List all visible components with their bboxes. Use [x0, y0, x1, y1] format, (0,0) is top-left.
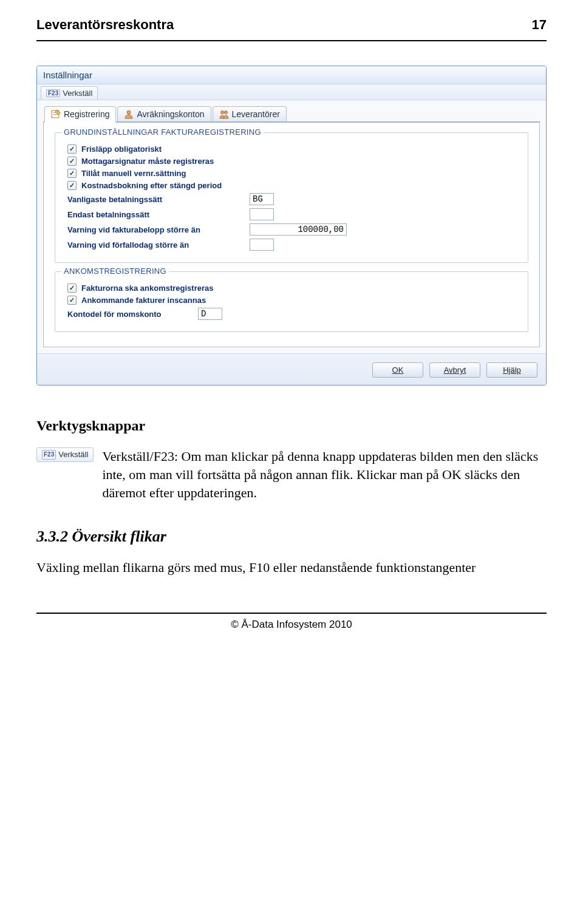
fkey-label: F23	[46, 89, 60, 97]
field-label: Varning vid fakturabelopp större än	[67, 225, 244, 234]
input-varning-forfallodag[interactable]	[250, 239, 274, 251]
tab-leverantorer[interactable]: Leverantörer	[213, 106, 287, 121]
checkbox-label: Mottagarsignatur måste registreras	[81, 157, 214, 166]
paragraph-vaxling: Växling mellan flikarna görs med mus, F1…	[36, 559, 547, 577]
checkbox-kostnadsbokning[interactable]: ✓	[67, 181, 77, 190]
checkbox-label: Tillåt manuell vernr.sättning	[81, 169, 186, 178]
checkbox-manuell-vernr[interactable]: ✓	[67, 169, 77, 178]
footer-rule	[36, 613, 547, 614]
checkbox-frislapp[interactable]: ✓	[67, 144, 77, 154]
verkstall-icon-label: Verkställ	[58, 449, 88, 460]
group-title: GRUNDINSTÄLLNINGAR FAKTURAREGISTRERING	[61, 127, 264, 137]
group-ankomstregistrering: ANKOMSTREGISTRERING ✓ Fakturorna ska ank…	[55, 271, 528, 332]
tab-label: Leverantörer	[232, 109, 280, 119]
checkbox-label: Kostnadsbokning efter stängd period	[81, 181, 222, 190]
tab-label: Registrering	[64, 109, 109, 119]
window-toolbar: F23 Verkställ	[37, 84, 546, 100]
people-icon	[219, 109, 229, 119]
checkbox-inscannas[interactable]: ✓	[67, 296, 77, 305]
tab-panel: GRUNDINSTÄLLNINGAR FAKTURAREGISTRERING ✓…	[43, 123, 540, 347]
page-number: 17	[532, 17, 547, 33]
doc-title: Leverantörsreskontra	[36, 17, 174, 33]
field-label: Endast betalningssätt	[67, 210, 244, 219]
checkbox-label: Fakturorna ska ankomstregistreras	[81, 284, 213, 293]
form-icon	[51, 109, 61, 119]
person-icon	[124, 109, 134, 119]
input-vanligaste-betalningssatt[interactable]: BG	[250, 193, 274, 205]
field-label: Kontodel för momskonto	[67, 310, 192, 319]
group-title: ANKOMSTREGISTRERING	[61, 267, 169, 276]
input-endast-betalningssatt[interactable]	[250, 208, 274, 220]
input-kontodel-moms[interactable]: D	[198, 308, 222, 320]
help-button[interactable]: Hjälp	[486, 362, 537, 378]
checkbox-label: Ankommande fakturer inscannas	[81, 296, 206, 305]
toolbar-button-label: Verkställ	[63, 89, 92, 98]
input-varning-fakturabelopp[interactable]: 100000,00	[250, 223, 347, 236]
checkbox-label: Frisläpp obligatoriskt	[81, 144, 162, 154]
ok-button[interactable]: OK	[372, 362, 423, 378]
svg-point-4	[220, 111, 223, 114]
verkstall-icon-button: F23 Verkställ	[36, 447, 94, 462]
settings-window: Inställningar F23 Verkställ Registrering	[36, 66, 547, 386]
heading-oversikt-flikar: 3.3.2 Översikt flikar	[36, 526, 547, 547]
svg-point-5	[224, 111, 227, 114]
checkbox-mottagarsignatur[interactable]: ✓	[67, 157, 77, 166]
checkbox-ankomstregistreras[interactable]: ✓	[67, 284, 77, 293]
header-rule	[36, 40, 547, 41]
group-grundinstallningar: GRUNDINSTÄLLNINGAR FAKTURAREGISTRERING ✓…	[55, 132, 528, 263]
cancel-button[interactable]: Avbryt	[429, 362, 480, 378]
tab-label: Avräkningskonton	[137, 109, 204, 119]
field-label: Varning vid förfallodag större än	[67, 240, 244, 250]
svg-point-3	[127, 110, 131, 114]
footer-copyright: © Å-Data Infosystem 2010	[36, 619, 547, 631]
paragraph-verkstall-desc: Verkställ/F23: Om man klickar på denna k…	[102, 447, 547, 501]
field-label: Vanligaste betalningssätt	[67, 195, 244, 204]
tab-avrakningskonton[interactable]: Avräkningskonton	[117, 106, 211, 121]
tab-registrering[interactable]: Registrering	[44, 106, 116, 123]
tabs: Registrering Avräkningskonton Leverantör…	[43, 106, 540, 123]
window-title: Inställningar	[37, 66, 546, 84]
verkstall-toolbar-button[interactable]: F23 Verkställ	[41, 86, 98, 100]
dialog-button-row: OK Avbryt Hjälp	[37, 353, 546, 385]
fkey-label: F23	[42, 450, 56, 460]
svg-rect-2	[53, 114, 58, 115]
heading-verktygsknappar: Verktygsknappar	[36, 416, 547, 435]
